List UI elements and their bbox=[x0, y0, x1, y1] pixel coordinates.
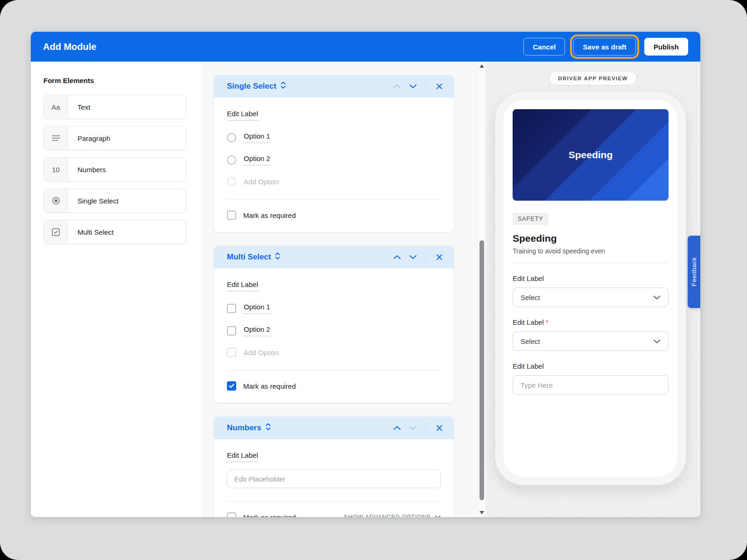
edit-label-field[interactable]: Edit Label bbox=[227, 110, 258, 121]
mark-required-checkbox[interactable] bbox=[227, 512, 236, 517]
cancel-button[interactable]: Cancel bbox=[523, 38, 565, 56]
sort-handle-icon[interactable] bbox=[266, 423, 271, 433]
option-label-field[interactable]: Option 1 bbox=[244, 132, 270, 143]
checkbox-icon bbox=[44, 220, 68, 244]
sidebar-item-label: Paragraph bbox=[68, 126, 110, 150]
divider bbox=[426, 81, 426, 91]
card-title: Multi Select bbox=[227, 252, 280, 262]
card-controls bbox=[390, 79, 446, 93]
required-row: Mark as required SHOW ADVANCED OPTIONS bbox=[227, 512, 441, 517]
option-row: Option 1 bbox=[227, 303, 441, 314]
move-up-icon[interactable] bbox=[390, 421, 404, 435]
card-title-text: Single Select bbox=[227, 82, 276, 91]
close-icon[interactable] bbox=[432, 79, 446, 93]
form-elements-sidebar: Form Elements Aa Text Paragraph 10 Numbe… bbox=[31, 62, 201, 517]
sidebar-item-paragraph[interactable]: Paragraph bbox=[43, 126, 186, 150]
sidebar-item-multi-select[interactable]: Multi Select bbox=[43, 220, 186, 244]
select-value: Select bbox=[521, 294, 540, 301]
select-dropdown[interactable]: Select bbox=[513, 331, 669, 351]
mark-required-checkbox[interactable] bbox=[227, 210, 236, 220]
add-option-label: Add Option bbox=[244, 349, 279, 357]
type-here-input[interactable] bbox=[513, 375, 669, 395]
sidebar-item-numbers[interactable]: 10 Numbers bbox=[43, 157, 186, 182]
chevron-down-icon bbox=[435, 515, 441, 517]
sidebar-item-single-select[interactable]: Single Select bbox=[43, 189, 186, 213]
move-down-icon[interactable] bbox=[406, 250, 420, 264]
radio-option[interactable] bbox=[227, 155, 236, 165]
move-up-icon[interactable] bbox=[390, 79, 404, 93]
move-down-icon[interactable] bbox=[406, 79, 420, 93]
module-subtitle: Training to avoid speeding even bbox=[513, 247, 669, 255]
field-label-required: Edit Label* bbox=[513, 318, 669, 326]
multi-select-card: Multi Select bbox=[213, 245, 454, 403]
required-row: Mark as required bbox=[227, 381, 441, 391]
required-asterisk: * bbox=[546, 318, 549, 326]
sidebar-title: Form Elements bbox=[43, 77, 186, 84]
divider bbox=[426, 252, 426, 262]
chevron-down-icon bbox=[653, 339, 661, 343]
builder-scrollbar[interactable] bbox=[478, 62, 486, 517]
driver-app-preview-panel: DRIVER APP PREVIEW Speeding SAFETY Speed… bbox=[486, 62, 700, 517]
add-option-row[interactable]: Add Option bbox=[227, 177, 441, 186]
mark-required-label: Mark as required bbox=[243, 513, 296, 518]
module-title: Speeding bbox=[513, 233, 669, 244]
option-label-field[interactable]: Option 2 bbox=[244, 325, 270, 336]
sidebar-item-text[interactable]: Aa Text bbox=[43, 95, 186, 119]
close-icon[interactable] bbox=[432, 421, 446, 435]
sort-handle-icon[interactable] bbox=[275, 252, 280, 262]
radio-option[interactable] bbox=[227, 133, 236, 142]
mark-required-label: Mark as required bbox=[243, 211, 296, 219]
option-label-field[interactable]: Option 1 bbox=[244, 303, 270, 314]
show-advanced-options-label: SHOW ADVANCED OPTIONS bbox=[344, 514, 431, 517]
scroll-up-arrow[interactable] bbox=[479, 64, 484, 68]
text-icon: Aa bbox=[44, 95, 68, 119]
option-row: Option 1 bbox=[227, 132, 441, 143]
add-option-row[interactable]: Add Option bbox=[227, 348, 441, 357]
move-up-icon[interactable] bbox=[390, 250, 404, 264]
edit-label-field[interactable]: Edit Label bbox=[227, 451, 258, 462]
divider bbox=[513, 263, 669, 263]
card-body: Edit Label Option 1 Option 2 Add Option bbox=[214, 268, 454, 403]
mark-required-label: Mark as required bbox=[243, 382, 296, 390]
save-as-draft-button[interactable]: Save as draft bbox=[573, 38, 635, 56]
window-header: Add Module Cancel Save as draft Publish bbox=[31, 32, 700, 62]
edit-label-field[interactable]: Edit Label bbox=[227, 280, 258, 292]
numbers-icon: 10 bbox=[44, 158, 68, 181]
sort-handle-icon[interactable] bbox=[281, 81, 286, 91]
close-icon[interactable] bbox=[432, 250, 446, 264]
form-builder-panel: Single Select bbox=[201, 62, 486, 517]
checkbox-option[interactable] bbox=[227, 326, 236, 336]
edit-placeholder-input[interactable] bbox=[227, 469, 441, 488]
show-advanced-options-toggle[interactable]: SHOW ADVANCED OPTIONS bbox=[344, 514, 441, 517]
header-actions: Cancel Save as draft Publish bbox=[523, 38, 688, 56]
option-row: Option 2 bbox=[227, 154, 441, 166]
card-header: Single Select bbox=[214, 75, 454, 98]
option-label-field[interactable]: Option 2 bbox=[244, 154, 270, 166]
paragraph-icon bbox=[44, 126, 68, 150]
radio-option-muted bbox=[227, 177, 236, 186]
category-badge: SAFETY bbox=[513, 213, 549, 225]
checkbox-option[interactable] bbox=[227, 304, 236, 313]
single-select-card: Single Select bbox=[213, 75, 454, 232]
checkbox-option-muted bbox=[227, 348, 236, 357]
card-controls bbox=[390, 421, 446, 435]
numbers-card: Numbers bbox=[213, 416, 454, 517]
radio-icon bbox=[44, 189, 68, 212]
banner-title: Speeding bbox=[569, 149, 613, 161]
feedback-tab-label: Feedback bbox=[691, 257, 698, 287]
mark-required-checkbox-checked[interactable] bbox=[227, 381, 236, 391]
select-dropdown[interactable]: Select bbox=[513, 287, 669, 307]
card-title-text: Numbers bbox=[227, 423, 261, 433]
sidebar-item-label: Multi Select bbox=[68, 220, 114, 244]
feedback-tab[interactable]: Feedback bbox=[688, 236, 700, 308]
publish-button[interactable]: Publish bbox=[644, 38, 688, 56]
add-module-window: Add Module Cancel Save as draft Publish … bbox=[31, 32, 700, 517]
sidebar-item-label: Text bbox=[68, 95, 91, 119]
scrollbar-thumb[interactable] bbox=[479, 240, 484, 500]
move-down-icon[interactable] bbox=[406, 421, 420, 435]
option-row: Option 2 bbox=[227, 325, 441, 336]
page-background: Add Module Cancel Save as draft Publish … bbox=[0, 0, 747, 560]
scroll-down-arrow[interactable] bbox=[479, 511, 484, 514]
preview-pill: DRIVER APP PREVIEW bbox=[549, 71, 637, 85]
sidebar-item-label: Numbers bbox=[68, 158, 106, 181]
